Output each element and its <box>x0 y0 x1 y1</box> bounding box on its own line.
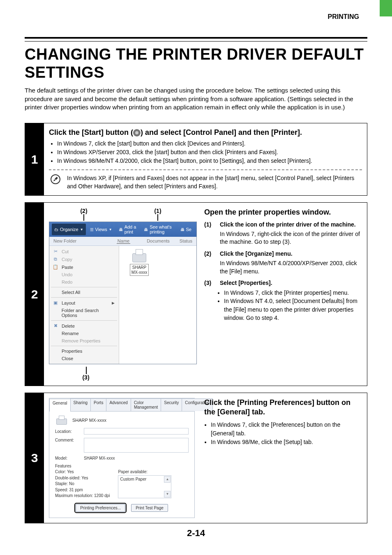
callout-1: (1) <box>154 208 161 214</box>
menu-area: ✂Cut ⧉Copy 📋Paste Undo Redo Select All ▣… <box>49 246 196 364</box>
menu-separator <box>51 320 117 321</box>
step-3: 3 General Sharing Ports Advanced Color M… <box>25 393 367 523</box>
title-post: ) and select [Control Panel] and then [P… <box>141 128 302 136</box>
scroll-down-button[interactable]: ▼ <box>164 491 171 497</box>
title-pre: Click the [Start] button ( <box>49 128 133 136</box>
bullet: In Windows 7, click the [Printer propert… <box>224 289 362 297</box>
printer-icon: 🖶 <box>119 227 123 232</box>
menu-remove-properties[interactable]: Remove Properties <box>49 337 119 345</box>
page-number: 2-14 <box>0 528 392 539</box>
feature-color: Color: Yes <box>55 469 110 475</box>
tab-advanced[interactable]: Advanced <box>106 398 131 411</box>
intro-paragraph: The default settings of the printer driv… <box>25 86 367 111</box>
model-label: Model: <box>55 456 80 460</box>
page-content: CHANGING THE PRINTER DRIVER DEFAULT SETT… <box>0 0 392 523</box>
page-title: CHANGING THE PRINTER DRIVER DEFAULT SETT… <box>25 46 367 81</box>
substep-title: Select [Properties]. <box>220 280 272 286</box>
step-number: 2 <box>25 203 44 386</box>
model-value: SHARP MX-xxxx <box>84 456 115 460</box>
paper-item: Custom Paper <box>120 476 169 483</box>
printer-icon: 🖶 <box>144 227 148 232</box>
menu-select-all[interactable]: Select All <box>49 289 119 296</box>
bullet: In Windows XP/Server 2003, click the [st… <box>57 148 362 157</box>
step-body: (2) (1) 🗀Organize ▼ ☰Views ▼ 🖶Add a prin… <box>47 203 367 386</box>
paper-available-list[interactable]: Custom Paper ▲ ▼ <box>118 475 171 498</box>
bullet: In Windows 98/Me, click the [Setup] tab. <box>211 438 362 446</box>
organize-menu[interactable]: 🗀Organize ▼ <box>52 224 86 235</box>
chevron-right-icon: ▶ <box>112 301 115 305</box>
menu-paste[interactable]: 📋Paste <box>49 263 119 271</box>
rule-thick <box>25 37 367 39</box>
location-input[interactable] <box>84 428 189 435</box>
menu-rename[interactable]: Rename <box>49 330 119 337</box>
printer-label: SHARPMX-xxxx <box>130 264 149 276</box>
menu-layout[interactable]: ▣Layout▶ <box>49 299 119 307</box>
bullet: In Windows 7, click the [Preferences] bu… <box>211 421 362 438</box>
step-2: 2 (2) (1) 🗀Organize ▼ ☰Views ▼ 🖶Add a pr… <box>25 202 367 386</box>
step-body: General Sharing Ports Advanced Color Man… <box>47 393 367 523</box>
col-status[interactable]: Status <box>180 238 192 244</box>
menu-undo[interactable]: Undo <box>49 271 119 278</box>
printer-driver-item[interactable]: SHARPMX-xxxx <box>119 246 156 276</box>
pencil-note-icon <box>51 174 60 184</box>
print-test-page-button[interactable]: Print Test Page <box>131 504 168 512</box>
tab-security[interactable]: Security <box>161 398 182 411</box>
page-edge-accent <box>380 0 392 16</box>
scroll-up-button[interactable]: ▲ <box>164 476 171 483</box>
col-name[interactable]: Name <box>117 238 130 244</box>
see-printing-button[interactable]: 🖶See what's printing <box>141 224 176 235</box>
printer-icon <box>130 249 149 262</box>
features-list: Color: Yes Double-sided: Yes Staple: No … <box>55 469 110 499</box>
menu-close[interactable]: Close <box>49 355 119 362</box>
new-folder-item[interactable]: New Folder <box>53 238 117 244</box>
feature-staple: Staple: No <box>55 481 110 487</box>
printer-icon <box>55 416 68 425</box>
tab-color-management[interactable]: Color Management <box>131 398 161 411</box>
section-header: PRINTING <box>328 13 359 21</box>
organize-dropdown: ✂Cut ⧉Copy 📋Paste Undo Redo Select All ▣… <box>49 246 119 364</box>
layout-icon: ▣ <box>53 300 58 305</box>
substep-2-text: In Windows 98/Me/NT 4.0/2000/XP/Server 2… <box>220 259 362 275</box>
menu-separator <box>51 287 117 287</box>
dialog-button-row: Printing Preferences... Print Test Page <box>55 504 189 512</box>
screenshot-column: General Sharing Ports Advanced Color Man… <box>49 398 197 518</box>
comment-input[interactable] <box>84 438 189 453</box>
tab-general[interactable]: General <box>49 399 71 412</box>
step-body: Click the [Start] button () and select [… <box>47 123 367 195</box>
features-label: Features <box>55 464 189 468</box>
tab-ports[interactable]: Ports <box>90 398 106 411</box>
substep-title: Click the icon of the printer driver of … <box>220 221 356 228</box>
menu-cut[interactable]: ✂Cut <box>49 247 119 255</box>
rule-thin <box>25 41 367 42</box>
callout-labels: (2) (1) <box>49 208 197 221</box>
add-printer-button[interactable]: 🖶Add a print <box>116 224 140 235</box>
callout-2: (2) <box>80 208 87 214</box>
substep-title: Click the [Organize] menu. <box>220 250 293 257</box>
callout-3: (3) <box>49 367 197 381</box>
step-1: 1 Click the [Start] button () and select… <box>25 123 367 196</box>
comment-label: Comment: <box>55 438 80 442</box>
col-documents[interactable]: Documents <box>147 238 170 244</box>
tab-sharing[interactable]: Sharing <box>70 398 91 411</box>
step-number: 3 <box>25 393 44 523</box>
delete-icon: ✖ <box>53 323 58 328</box>
step-1-bullets: In Windows 7, click the [start] button a… <box>51 139 362 165</box>
menu-redo[interactable]: Redo <box>49 278 119 286</box>
bullet: In Windows 7, click the [start] button a… <box>57 139 362 148</box>
printer-icon: 🖶 <box>180 227 184 232</box>
menu-copy[interactable]: ⧉Copy <box>49 255 119 263</box>
truncated-button[interactable]: 🖶Se <box>178 224 194 235</box>
instruction-column: Open the printer properties window. (1) … <box>204 208 362 381</box>
substep-num: (2) <box>204 250 216 257</box>
printing-preferences-button[interactable]: Printing Preferences... <box>76 504 125 512</box>
step-3-bullets: In Windows 7, click the [Preferences] bu… <box>204 421 362 446</box>
paper-available-label: Paper available: <box>118 469 171 475</box>
chevron-down-icon: ▼ <box>80 228 83 231</box>
substep-1: (1) Click the icon of the printer driver… <box>204 221 362 228</box>
menu-properties[interactable]: Properties <box>49 347 119 355</box>
step-1-title: Click the [Start] button () and select [… <box>49 128 362 137</box>
instruction-column: Click the [Printing Preferences] button … <box>204 398 362 518</box>
menu-folder-options[interactable]: Folder and Search Options <box>49 307 119 319</box>
views-menu[interactable]: ☰Views ▼ <box>88 224 115 235</box>
menu-delete[interactable]: ✖Delete <box>49 322 119 330</box>
